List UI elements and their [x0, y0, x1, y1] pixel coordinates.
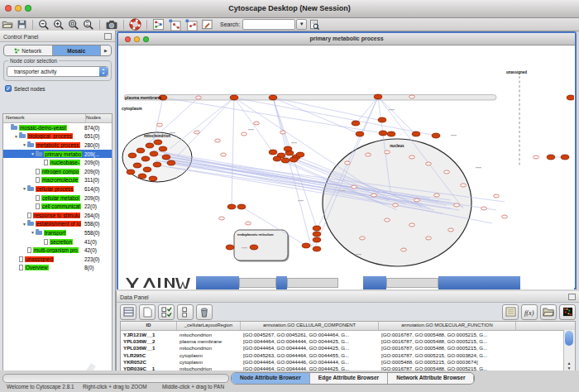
import-folder-icon[interactable] [540, 304, 557, 320]
network-node-small[interactable] [254, 122, 260, 125]
network-node[interactable] [159, 146, 167, 151]
network-node-small[interactable] [366, 153, 371, 156]
zoom-view-icon[interactable] [143, 36, 149, 42]
network-node[interactable] [143, 167, 151, 172]
network-node[interactable] [127, 170, 135, 174]
open-folder-icon[interactable] [2, 19, 13, 31]
close-view-icon[interactable] [125, 36, 131, 42]
network-node[interactable] [269, 95, 277, 100]
network-node[interactable] [150, 151, 158, 156]
network-node-small[interactable] [280, 131, 286, 134]
network-node-small[interactable] [434, 194, 440, 197]
network-node-small[interactable] [409, 95, 415, 98]
float-data-panel-icon[interactable] [568, 294, 576, 300]
network-node[interactable] [138, 174, 146, 179]
network-node[interactable] [432, 133, 440, 138]
network-node-small[interactable] [426, 237, 432, 240]
network-node[interactable] [302, 243, 310, 248]
table-column-header[interactable]: ID [121, 322, 177, 330]
help-ring-icon[interactable] [129, 19, 141, 31]
tree-row[interactable]: mosaic-demo-yeast874(0) [3, 123, 112, 132]
tree-row[interactable]: multi-organism pro42(0) [3, 246, 112, 255]
close-window-icon[interactable] [5, 5, 12, 12]
network-canvas[interactable]: plasma membranecytoplasmmitochondrionnuc… [118, 45, 574, 276]
network-node[interactable] [378, 117, 386, 122]
network-node-small[interactable] [385, 151, 390, 154]
tree-col-network[interactable]: Network [3, 114, 86, 122]
float-panel-icon[interactable] [104, 33, 112, 40]
tab-edge-attribute-browser[interactable]: Edge Attribute Browser [310, 373, 388, 384]
network-node-small[interactable] [448, 228, 454, 232]
network-node-small[interactable] [196, 96, 202, 99]
expand-arrow-icon[interactable]: ▼ [22, 222, 27, 227]
delete-attribute-icon[interactable] [196, 304, 213, 320]
tree-row[interactable]: ▼transport558(0) [3, 228, 112, 237]
network-node-small[interactable] [215, 139, 221, 142]
network-node[interactable] [379, 131, 387, 136]
network-node[interactable] [374, 94, 382, 99]
table-column-header[interactable]: _cellularLayoutRegion [177, 322, 241, 330]
network-node-small[interactable] [461, 184, 467, 187]
network-node[interactable] [154, 140, 162, 145]
annotation-icon[interactable] [201, 19, 213, 31]
table-row[interactable]: YPL036W__1mitochondrion[GO:0044464, GO:0… [121, 345, 575, 351]
network-node-small[interactable] [157, 123, 163, 127]
minimize-view-icon[interactable] [134, 36, 140, 42]
tree-row[interactable]: unassigned223(0) [3, 255, 112, 264]
network-node[interactable] [296, 152, 304, 157]
select-attributes-icon[interactable] [158, 304, 175, 320]
network-node[interactable] [313, 226, 321, 231]
tab-overflow-arrow-icon[interactable]: ▶ [101, 45, 111, 55]
network-node-small[interactable] [371, 194, 377, 197]
network-node[interactable] [141, 156, 150, 161]
scrollbar-arrows-icon[interactable]: ▲▼ [565, 361, 573, 370]
tab-network-attribute-browser[interactable]: Network Attribute Browser [388, 373, 474, 384]
network-node[interactable] [153, 162, 161, 167]
network-node[interactable] [547, 155, 555, 160]
table-column-header[interactable]: annotation.GO CELLULAR_COMPONENT [241, 322, 379, 330]
expand-arrow-icon[interactable]: ▼ [30, 230, 36, 235]
network-node[interactable] [284, 146, 292, 151]
network-node-small[interactable] [393, 203, 399, 207]
tab-mosaic[interactable]: Mosaic [53, 45, 102, 55]
table-vertical-scrollbar[interactable]: ▲▼ [563, 330, 575, 371]
network-node[interactable] [313, 237, 321, 242]
network-node[interactable] [412, 131, 420, 136]
network-node[interactable] [269, 150, 277, 155]
network-select-icon[interactable] [168, 19, 181, 31]
network-node-small[interactable] [454, 203, 460, 207]
table-row[interactable]: YPL036W__2plasma membrane[GO:0044464, GO… [121, 337, 575, 344]
network-node[interactable] [313, 246, 321, 251]
network-node[interactable] [149, 176, 157, 181]
tree-row[interactable]: Overview8(0) [3, 264, 112, 273]
unselect-attributes-icon[interactable] [177, 304, 194, 320]
tab-network[interactable]: Network [4, 45, 53, 55]
network-node-small[interactable] [360, 237, 366, 240]
network-node[interactable] [352, 121, 360, 126]
network-node-small[interactable] [444, 170, 450, 174]
network-window-titlebar[interactable]: primary metabolic process [118, 33, 575, 45]
network-node[interactable] [290, 157, 298, 162]
network-node-small[interactable] [352, 185, 357, 189]
zoom-out-icon[interactable] [38, 19, 50, 31]
network-node[interactable] [237, 204, 246, 209]
zoom-selected-icon[interactable] [68, 19, 79, 31]
tree-row[interactable]: cell communicat22(0) [3, 202, 112, 211]
search-input[interactable] [242, 19, 295, 30]
tree-row[interactable]: secretion41(0) [3, 237, 112, 246]
network-node-small[interactable] [414, 198, 420, 202]
expand-arrow-icon[interactable]: ▼ [13, 134, 19, 139]
network-node[interactable] [136, 148, 145, 153]
tree-row[interactable]: ▼establishment of lo558(0) [3, 220, 112, 229]
network-node-small[interactable] [194, 131, 200, 134]
network-node-small[interactable] [242, 132, 247, 136]
new-attribute-icon[interactable] [139, 304, 156, 320]
network-node[interactable] [226, 245, 234, 250]
network-node-small[interactable] [401, 248, 407, 251]
network-node-small[interactable] [219, 217, 225, 220]
network-node[interactable] [146, 143, 154, 148]
network-node[interactable] [567, 95, 574, 100]
network-node[interactable] [313, 232, 321, 237]
scrollbar-thumb[interactable] [565, 331, 573, 346]
network-node[interactable] [230, 95, 238, 100]
